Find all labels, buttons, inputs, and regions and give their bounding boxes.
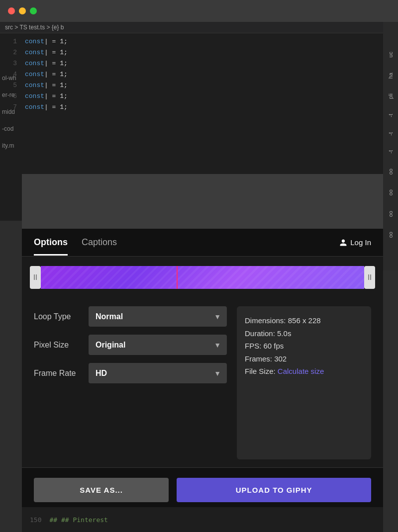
timeline-track: ⏸ ⏸ — [30, 265, 375, 290]
upload-to-giphy-button[interactable]: UPLOAD TO GIPHY — [177, 478, 371, 502]
playhead[interactable] — [177, 266, 178, 289]
sidebar-text-item: -t — [388, 150, 394, 154]
info-panel: Dimensions: 856 x 228 Duration: 5.0s FPS… — [237, 306, 371, 459]
title-bar — [0, 0, 398, 22]
file-size-row: File Size: Calculate size — [245, 365, 363, 378]
pixel-size-select[interactable]: Original Small Medium Large — [89, 335, 227, 355]
duration-info: Duration: 5.0s — [245, 327, 363, 340]
bottom-code-area: 150 ## ## Pinterest — [22, 507, 383, 532]
minimize-button[interactable] — [19, 7, 26, 14]
dimensions-info: Dimensions: 856 x 228 — [245, 314, 363, 327]
sidebar-text-item: pli — [388, 93, 394, 99]
code-line: 4const | = 1; — [0, 69, 383, 80]
login-label: Log In — [350, 238, 371, 247]
close-button[interactable] — [8, 7, 15, 14]
file-size-label: File Size: — [245, 367, 278, 375]
tab-options[interactable]: Options — [34, 229, 68, 256]
footer-buttons: SAVE AS... UPLOAD TO GIPHY — [22, 467, 383, 512]
modal-tabs-header: Options Captions Log In — [22, 229, 383, 257]
loop-type-row: Loop Type Normal Reverse Ping-Pong ▼ — [34, 306, 227, 327]
bottom-line-number: 150 — [30, 516, 41, 524]
code-line: 7const | = 1; — [0, 102, 383, 113]
code-line: 3const | = 1; — [0, 58, 383, 69]
frame-rate-select-wrapper: HD SD Low ▼ — [89, 363, 227, 383]
options-modal: Options Captions Log In ⏸ ⏸ Loop — [22, 229, 383, 512]
pixel-size-row: Pixel Size Original Small Medium Large ▼ — [34, 335, 227, 355]
timeline-handle-right[interactable]: ⏸ — [364, 266, 375, 289]
handle-left-icon: ⏸ — [31, 273, 39, 282]
code-line: 5const | = 1; — [0, 80, 383, 91]
right-sidebar: uc ha pli -t -t -t oo oo oo oo — [383, 22, 398, 270]
separator-area — [22, 174, 383, 229]
save-as-button[interactable]: SAVE AS... — [34, 478, 169, 502]
code-line: 1const | = 1; — [0, 36, 383, 47]
left-controls: Loop Type Normal Reverse Ping-Pong ▼ Pix… — [34, 306, 227, 459]
loop-type-select-wrapper: Normal Reverse Ping-Pong ▼ — [89, 306, 227, 327]
timeline-bar[interactable] — [41, 266, 364, 289]
loop-type-label: Loop Type — [34, 312, 89, 321]
code-area: 1const | = 1; 2const | = 1; 3const | = 1… — [0, 33, 383, 116]
frame-rate-select[interactable]: HD SD Low — [89, 363, 227, 383]
frame-rate-row: Frame Rate HD SD Low ▼ — [34, 363, 227, 383]
left-sidebar-item: ol-wh — [2, 75, 23, 82]
sidebar-text-item: -t — [388, 132, 394, 136]
code-line: 6const | = 1; — [0, 91, 383, 102]
sidebar-text-item: ha — [388, 73, 394, 79]
sidebar-text-item: oo — [388, 189, 394, 195]
sidebar-text-item: oo — [388, 169, 394, 175]
login-button[interactable]: Log In — [339, 238, 371, 247]
fps-info: FPS: 60 fps — [245, 340, 363, 353]
pixel-size-select-wrapper: Original Small Medium Large ▼ — [89, 335, 227, 355]
loop-type-select[interactable]: Normal Reverse Ping-Pong — [89, 306, 227, 327]
left-sidebar-item: -cod — [2, 125, 23, 132]
bottom-code-comment: ## ## Pinterest — [49, 516, 107, 524]
calculate-size-link[interactable]: Calculate size — [278, 367, 324, 375]
controls-area: Loop Type Normal Reverse Ping-Pong ▼ Pix… — [22, 298, 383, 467]
left-sidebar-item: midd — [2, 108, 23, 115]
sidebar-text-item: -t — [388, 114, 394, 117]
left-sidebar-item: er-re — [2, 91, 23, 98]
user-icon — [339, 239, 347, 247]
left-sidebar-item: ity.m — [2, 142, 23, 149]
left-sidebar: ol-wh er-re midd -cod ity.m — [0, 75, 23, 149]
timeline-handle-left[interactable]: ⏸ — [30, 266, 41, 289]
pixel-size-label: Pixel Size — [34, 341, 89, 350]
frame-rate-label: Frame Rate — [34, 369, 89, 378]
code-line: 2const | = 1; — [0, 47, 383, 58]
frames-info: Frames: 302 — [245, 353, 363, 365]
tab-captions[interactable]: Captions — [82, 229, 117, 256]
timeline-area: ⏸ ⏸ — [22, 257, 383, 298]
sidebar-text-item: oo — [388, 232, 394, 238]
maximize-button[interactable] — [30, 7, 37, 14]
sidebar-text-item: oo — [388, 211, 394, 217]
sidebar-text-item: uc — [388, 52, 394, 58]
breadcrumb: src > TS test.ts > {e} b — [0, 22, 383, 33]
handle-right-icon: ⏸ — [366, 273, 374, 282]
